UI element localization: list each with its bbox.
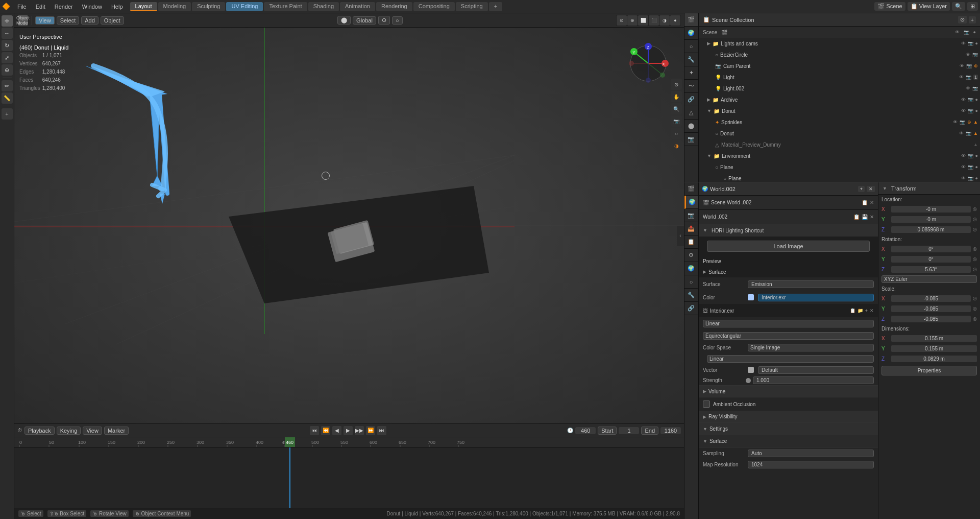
viewport-shading-wire[interactable]: ⬜ [638,15,648,26]
collection-light[interactable]: 💡 Light 👁 📷 1 [699,72,980,83]
cam-parent-eye[interactable]: 👁 [960,63,964,68]
menu-help[interactable]: Help [107,3,127,11]
toolbar-add[interactable]: + [2,108,13,120]
expand-environment[interactable]: ▼ [707,153,712,158]
menu-render[interactable]: Render [51,3,77,11]
menu-window[interactable]: Window [78,3,106,11]
toolbar-scale[interactable]: ⤢ [2,52,13,63]
vp-icon-1[interactable]: ⊙ [671,79,682,90]
color-swatch[interactable] [748,294,754,300]
plane-obj-cam[interactable]: 📷 [968,176,973,181]
volume-section[interactable]: ▶ Volume [699,385,878,397]
workspace-sculpting[interactable]: Sculpting [192,2,225,11]
scene-world-x-icon[interactable]: ✕ [870,200,874,205]
prev-frame-btn[interactable]: ◀ [332,426,341,435]
archive-eye[interactable]: 👁 [961,97,966,102]
donut-eye[interactable]: 👁 [961,108,966,113]
viewport-overlays[interactable]: ⊙ [617,15,627,26]
dim-z-value[interactable]: 0.0829 m [891,356,977,362]
rpt-world[interactable]: 🌍 [684,27,698,40]
viewport-shading-solid2[interactable]: ⬛ [649,15,659,26]
vp-icon-3[interactable]: 🔍 [671,103,682,114]
workspace-texture-paint[interactable]: Texture Paint [264,2,307,11]
env-render[interactable]: ● [975,153,978,158]
light-cam[interactable]: 📷 [966,75,971,80]
collection-archive[interactable]: ▶ 📁 Archive 👁 📷 ● [699,94,980,105]
rot-x-value[interactable]: 0° [891,246,971,252]
viewport-shading-material[interactable]: ◑ [659,15,670,26]
workspace-layout[interactable]: Layout [130,2,157,11]
prop-world2-icon[interactable]: 🌍 [684,262,698,275]
strength-dot[interactable] [746,378,751,383]
loc-y-value[interactable]: -0 m [891,216,971,223]
collection-donut[interactable]: ▼ 📁 Donut 👁 📷 ● [699,105,980,116]
toolbar-move[interactable]: ↔ [2,28,13,39]
settings-section[interactable]: ▼ Settings [699,423,878,435]
archive-render[interactable]: ● [975,97,978,102]
prop-scene2-icon[interactable]: ⚙ [684,249,698,262]
view-menu-btn[interactable]: View [35,16,55,25]
plane-render[interactable]: ● [975,164,978,170]
prop-view-icon[interactable]: 📋 [684,235,698,249]
dim-x-value[interactable]: 0.155 m [891,335,977,342]
world-002-icon1[interactable]: 📋 [853,214,860,220]
rpt-render[interactable]: 📷 [684,133,698,146]
menu-file[interactable]: File [13,3,31,11]
donut-render[interactable]: ● [975,108,978,113]
rot-y-value[interactable]: 0° [891,256,971,263]
toolbar-cursor[interactable]: ✛ [2,15,13,27]
current-frame-display[interactable]: 460 [575,427,596,434]
world-new-btn[interactable]: + [858,186,865,192]
mmb-rotate-view[interactable]: 🖱 Rotate View [90,510,129,517]
expand-lights-cams[interactable]: ▶ [707,41,710,46]
vp-icon-5[interactable]: ↔ [671,128,682,139]
toolbar-transform[interactable]: ⊕ [2,64,13,76]
dim-y-value[interactable]: 0.155 m [891,345,977,352]
prop-object-icon[interactable]: ○ [684,275,698,289]
env-eye[interactable]: 👁 [961,153,966,158]
sprinkles-cam[interactable]: 📷 [960,120,965,125]
projection-dropdown[interactable]: Equirectangular [703,332,874,340]
scene-render-icon[interactable]: ● [973,30,976,35]
rpt-material[interactable]: ⬤ [684,120,698,133]
volume-collapse[interactable]: ▶ [703,389,706,394]
plane-obj-render[interactable]: ● [975,176,978,181]
collection-sprinkles[interactable]: ✦ Sprinkles 👁 📷 ⊕ ▲ [699,116,980,128]
expand-donut[interactable]: ▼ [707,108,712,113]
collection-light-002[interactable]: 💡 Light.002 👁 📷 [699,83,980,94]
scale-y-value[interactable]: -0.085 [891,305,971,312]
collection-plane-obj[interactable]: ○ Plane 👁 📷 ● [699,173,980,182]
snap-btn[interactable]: ⊙ [378,16,390,25]
surface-collapse[interactable]: ▶ [703,269,706,274]
world-002-icon2[interactable]: 💾 [862,214,868,220]
load-image-btn[interactable]: Load Image [707,241,870,252]
vp-icon-hdri[interactable]: ◑ [671,140,682,151]
vector-value[interactable]: Default [758,366,874,374]
surface-value[interactable]: Emission [748,280,874,288]
donut-obj-eye[interactable]: 👁 [959,131,964,136]
playback-menu[interactable]: Playback [24,427,55,435]
lights-cam[interactable]: 📷 [968,41,973,46]
archive-cam[interactable]: 📷 [968,97,973,102]
hdri-section-header[interactable]: ▼ HDRI Lighting Shortcut [699,224,878,237]
scene-world-copy-icon[interactable]: 📋 [862,200,868,205]
global-dropdown[interactable]: Global [353,16,376,25]
image-unlink-btn[interactable]: ✕ [870,308,874,313]
collection-cam-parent[interactable]: 📷 Cam Parent 👁 📷 ⊕ [699,60,980,72]
next-frame-btn[interactable]: ▶▶ [355,426,364,435]
marker-menu[interactable]: Marker [104,427,129,435]
workspace-modeling[interactable]: Modeling [158,2,191,11]
prev-keyframe-btn[interactable]: ⏪ [321,426,330,435]
image-copy-btn[interactable]: 📋 [850,308,855,313]
donut-obj-cam[interactable]: 📷 [966,131,971,136]
transform-collapse[interactable]: ▼ [883,186,887,191]
light-eye[interactable]: 👁 [959,75,964,80]
color-value[interactable]: Interior.exr [758,294,874,301]
prop-render-icon[interactable]: 📷 [684,209,698,222]
viewport-shading-render[interactable]: ● [670,15,680,26]
strength-value[interactable]: 1.000 [753,376,874,384]
plane-obj-eye[interactable]: 👁 [961,176,966,181]
collection-lights-cams[interactable]: ▶ 📁 Lights and cams 👁 📷 ● [699,38,980,49]
collection-donut-obj[interactable]: ○ Donut 👁 📷 ▲ [699,128,980,139]
scale-y-anim-icon[interactable]: ◎ [973,306,977,311]
